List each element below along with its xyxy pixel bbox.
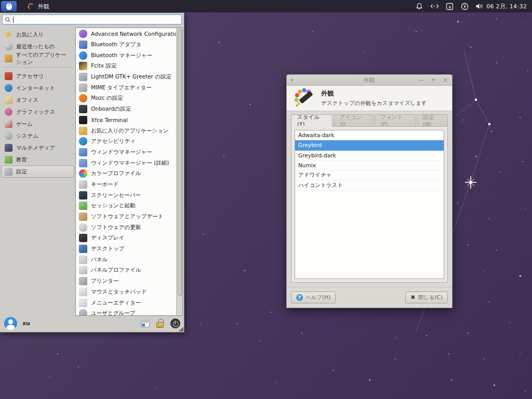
list-item[interactable]: Fcitx 設定 [77,61,175,72]
user-avatar[interactable] [4,317,17,330]
list-item[interactable]: カラープロファイル [77,168,175,179]
theme-row[interactable]: Adwaita-dark [295,130,444,140]
wallpaper-star [57,353,58,354]
wallpaper-star [475,156,477,157]
network-arrows-icon[interactable] [430,2,439,11]
window-menu-icon[interactable]: ▾ [291,77,294,83]
lightdm-greeter-icon [79,73,87,81]
item-label: お気に入りのアプリケーション [91,127,169,135]
all-settings-icon[interactable] [139,318,151,329]
minimize-icon[interactable]: − [419,75,424,86]
input-method-icon[interactable]: a [445,2,454,11]
list-item[interactable]: ウィンドウマネージャー [77,147,175,158]
list-item[interactable]: LightDM GTK+ Greeter の設定 [77,72,175,83]
category-multimedia[interactable]: マルチメディア [1,142,74,154]
category-office[interactable]: オフィス [1,94,74,106]
search-input[interactable] [16,16,179,23]
dialog-title: 外観 [321,89,427,98]
notification-bell-icon[interactable] [415,2,424,11]
list-item[interactable]: ディスプレイ [77,233,175,244]
item-label: メニューエディター [91,299,141,307]
wallpaper-star [451,379,452,380]
tab-スタイル(Y)[interactable]: スタイル(Y) [291,114,332,126]
help-button[interactable]: ? ヘルプ(H) [291,291,336,303]
software-sources-icon [79,212,87,221]
list-item[interactable]: パネル [77,254,175,265]
list-item[interactable]: スクリーンセーバー [77,190,175,201]
application-list-pane: Advanced Network ConfigurationBluetooth … [75,28,183,316]
theme-row[interactable]: アドワイチャ [295,170,444,180]
list-item[interactable]: Onboardの設定 [77,104,175,115]
category-settings[interactable]: 設定 [1,166,74,178]
list-item[interactable]: デスクトップ [77,244,175,255]
list-item[interactable]: セッションと起動 [77,201,175,211]
list-item[interactable]: マウスとタッチパッド [77,287,175,298]
category-all-applications[interactable]: すべてのアプリケーション [1,52,74,64]
taskbar-window-button[interactable]: 外観 [23,0,54,12]
category-system-gear[interactable]: システム [1,130,74,142]
theme-row[interactable]: Greybird [295,140,444,150]
volume-icon[interactable] [475,2,484,11]
search-icon [5,17,11,23]
appearance-dialog: ▾ 外観 − + × 外観 デスクトップの外観をカスタマイズします スタイル( [286,74,453,308]
list-item[interactable]: Bluetooth マネージャー [77,50,175,61]
list-item[interactable]: パネルプロファイル [77,265,175,276]
wallpaper-star [416,31,417,32]
category-accessories[interactable]: アクセサリ [1,70,74,82]
search-box[interactable] [2,15,182,24]
list-item[interactable]: ウィンドウマネージャー (詳細) [77,157,175,168]
list-item[interactable]: ソフトウェアとアップデート [77,211,175,222]
theme-row[interactable]: Numix [295,161,444,170]
window-titlebar[interactable]: ▾ 外観 − + × [287,75,452,86]
wallpaper-star [520,353,521,354]
category-favorites-star[interactable]: お気に入り [1,29,74,41]
wallpaper-star [203,234,204,235]
scrollbar-thumb[interactable] [178,29,182,296]
list-item[interactable]: アクセシビリティ [77,136,175,147]
list-item[interactable]: キーボード [77,179,175,190]
lock-screen-icon[interactable] [154,318,166,329]
whisker-menu-icon[interactable] [1,1,17,11]
wallpaper-star [156,387,157,388]
list-item[interactable]: Xfce Terminal [77,115,175,126]
category-games[interactable]: ゲーム [1,118,74,130]
wallpaper-star [468,244,469,245]
terminal-icon [79,116,87,124]
resize-grip[interactable] [179,327,183,331]
mime-type-editor-icon [79,84,87,92]
list-item[interactable]: Advanced Network Configuration [77,29,175,39]
list-item[interactable]: メニューエディター [77,297,175,308]
list-item[interactable]: ユーザとグループ [77,308,175,316]
close-icon[interactable]: × [443,75,448,86]
list-item[interactable]: ソフトウェアの更新 [77,222,175,233]
wallpaper-star [494,384,495,386]
wallpaper-star [270,312,271,313]
list-item[interactable]: MIME タイプエディター [77,82,175,93]
wallpaper-star [301,332,302,334]
accessories-icon [5,72,12,80]
list-item[interactable]: Mozc の設定 [77,93,175,104]
scrollbar[interactable] [176,28,182,315]
close-button[interactable]: ✖ 閉じる(C) [405,291,448,303]
category-label: お気に入り [16,31,44,38]
category-internet-globe[interactable]: インターネット [1,82,74,94]
category-graphics[interactable]: グラフィックス [1,106,74,118]
item-label: スクリーンセーバー [91,192,141,199]
wallpaper-star [496,62,497,63]
list-item[interactable]: プリンター [77,276,175,287]
menu-footer: xu [0,316,184,332]
tab-フォント(F)[interactable]: フォント(F) [375,114,416,126]
text-caret [13,17,14,23]
education-icon [5,156,12,164]
maximize-icon[interactable]: + [431,75,436,86]
tab-設定(N)[interactable]: 設定(N) [417,114,448,126]
list-item[interactable]: Bluetooth アダプタ [77,39,175,50]
category-education[interactable]: 教育 [1,154,74,166]
list-item[interactable]: お気に入りのアプリケーション [77,125,175,136]
power-manager-icon[interactable] [460,2,469,11]
theme-row[interactable]: ハイコントラスト [295,180,444,190]
tab-アイコン(I)[interactable]: アイコン(I) [334,114,374,126]
panel-profiles-icon [79,266,87,274]
clock[interactable]: 06 2月, 14:32 [486,3,527,10]
theme-row[interactable]: Greybird-dark [295,151,444,161]
